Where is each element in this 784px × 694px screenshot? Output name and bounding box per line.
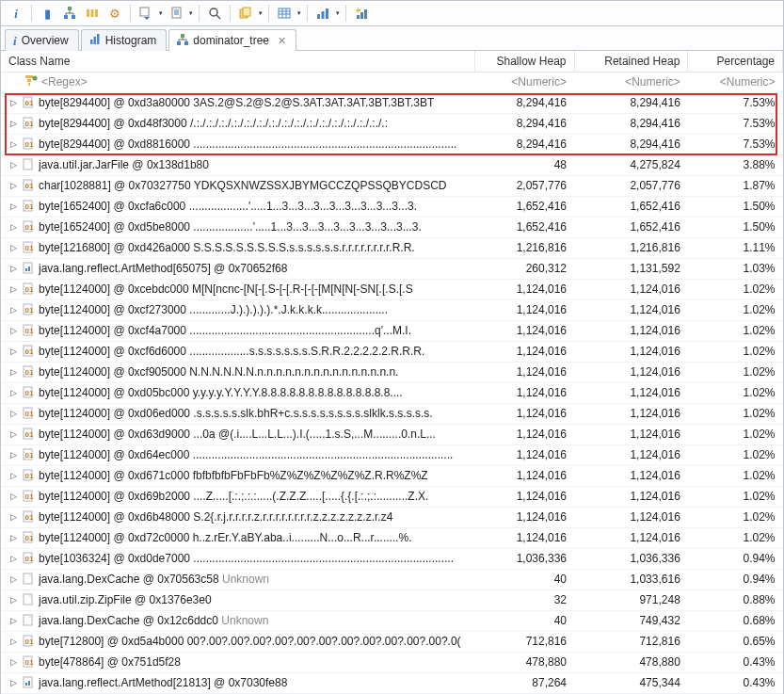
table-row[interactable]: ▷01byte[1652400] @ 0xcfa6c000 ..........…: [1, 196, 783, 217]
table-row[interactable]: ▷01byte[1124000] @ 0xcf4a7000 ..........…: [1, 320, 783, 341]
tab-label: Overview: [22, 34, 69, 47]
svg-text:01: 01: [25, 658, 34, 667]
table-row[interactable]: ▷01byte[1124000] @ 0xd63d9000 ...0a @(.i…: [1, 424, 783, 444]
copy-button[interactable]: [235, 3, 264, 24]
table-row[interactable]: ▷01byte[712800] @ 0xd5a4b000 00?.00?.00?…: [1, 631, 783, 652]
histogram-button[interactable]: ▮: [37, 3, 57, 24]
table-row[interactable]: ▷01byte[1216800] @ 0xd426a000 S.S.S.S.S.…: [1, 237, 783, 258]
filter-retained[interactable]: <Numeric>: [574, 72, 688, 92]
expander-icon[interactable]: ▷: [8, 512, 18, 522]
expander-icon[interactable]: ▷: [8, 492, 18, 501]
info-button[interactable]: i: [6, 3, 26, 24]
col-shallow[interactable]: Shallow Heap: [474, 51, 574, 72]
expander-icon[interactable]: ▷: [8, 637, 18, 646]
col-percent[interactable]: Percentage: [688, 51, 783, 72]
threads-button[interactable]: [82, 3, 103, 24]
class-name-text: java.lang.reflect.ArtMethod[21813] @ 0x7…: [39, 676, 467, 689]
table-row[interactable]: ▷01byte[8294400] @ 0xd3a80000 3AS.2@S.2@…: [1, 92, 783, 113]
table-row[interactable]: ▷java.util.jar.JarFile @ 0x138d1b80484,2…: [1, 154, 783, 175]
table-row[interactable]: ▷java.lang.DexCache @ 0x70563c58 Unknown…: [1, 569, 783, 589]
expander-icon[interactable]: ▷: [8, 388, 18, 397]
table-row[interactable]: ▷01byte[8294400] @ 0xd8816000 ..........…: [1, 134, 783, 154]
filter-name[interactable]: <Regex>: [1, 72, 474, 92]
col-name[interactable]: Class Name: [1, 51, 474, 72]
table-row[interactable]: ▷01byte[1124000] @ 0xd06ed000 .s.s.s.s.s…: [1, 403, 783, 424]
table-row[interactable]: ▷java.lang.reflect.ArtMethod[21813] @ 0x…: [1, 672, 783, 693]
expander-icon[interactable]: ▷: [8, 533, 18, 542]
cell-percent: 1.02%: [688, 527, 783, 548]
table-row[interactable]: ▷01char[1028881] @ 0x70327750 YDKQSXNWZS…: [1, 175, 783, 196]
expander-icon[interactable]: ▷: [8, 554, 18, 563]
expander-icon[interactable]: ▷: [8, 367, 18, 377]
table-row[interactable]: ▷java.util.zip.ZipFile @ 0x1376e3e032971…: [1, 589, 783, 610]
tab-overview[interactable]: i Overview: [5, 29, 79, 51]
expander-icon[interactable]: ▷: [8, 409, 18, 418]
filter-percent[interactable]: <Numeric>: [688, 72, 783, 92]
expander-icon[interactable]: ▷: [8, 181, 18, 190]
table-row[interactable]: ▷java.lang.DexCache @ 0x12c6ddc0 Unknown…: [1, 610, 783, 631]
filter-shallow[interactable]: <Numeric>: [474, 72, 574, 92]
svg-text:01: 01: [25, 182, 34, 190]
cell-percent: 0.43%: [688, 672, 783, 693]
svg-text:01: 01: [25, 430, 34, 439]
refresh-button[interactable]: [351, 3, 372, 24]
table-row[interactable]: ▷01byte[1124000] @ 0xcf905000 N.N.N.N.N.…: [1, 362, 783, 382]
expander-icon[interactable]: ▷: [8, 678, 18, 687]
expander-icon[interactable]: ▷: [8, 202, 18, 211]
expander-icon[interactable]: ▷: [8, 264, 18, 273]
expander-icon[interactable]: ▷: [8, 284, 18, 294]
expander-icon[interactable]: ▷: [8, 657, 18, 667]
percent-button[interactable]: [312, 3, 341, 24]
table-menu-button[interactable]: [274, 3, 302, 24]
expander-icon[interactable]: ▷: [8, 119, 18, 128]
table-row[interactable]: ▷01byte[8294400] @ 0xd48f3000 /.:./.:./.…: [1, 113, 783, 134]
expander-icon[interactable]: ▷: [8, 429, 18, 439]
cell-percent: 7.53%: [688, 134, 783, 154]
expander-icon[interactable]: ▷: [8, 347, 18, 356]
dominator-button[interactable]: [59, 3, 80, 24]
table-row[interactable]: ▷01byte[1124000] @ 0xcf273000 ..........…: [1, 299, 783, 320]
table-row[interactable]: ▷01byte[1124000] @ 0xcf6d6000 ..........…: [1, 341, 783, 362]
table-row[interactable]: ▷java.lang.reflect.ArtMethod[65075] @ 0x…: [1, 258, 783, 279]
table-row[interactable]: ▷01byte[1124000] @ 0xd64ec000 ..........…: [1, 444, 783, 465]
expander-icon[interactable]: ▷: [8, 222, 18, 232]
table-row[interactable]: ▷01byte[1124000] @ 0xd72c0000 h..z.rEr.Y…: [1, 527, 783, 548]
expander-icon[interactable]: ▷: [8, 98, 18, 107]
class-name-text: byte[8294400] @ 0xd8816000 .............…: [39, 137, 467, 151]
svg-rect-28: [97, 34, 100, 44]
expander-icon[interactable]: ▷: [8, 326, 18, 335]
expander-icon[interactable]: ▷: [8, 595, 18, 605]
expander-icon[interactable]: ▷: [8, 243, 18, 252]
col-retained[interactable]: Retained Heap: [574, 51, 688, 72]
table-row[interactable]: ▷01byte[1036324] @ 0xd0de7000 ..........…: [1, 548, 783, 569]
close-icon[interactable]: ✕: [278, 35, 286, 47]
svg-text:01: 01: [25, 99, 34, 107]
table-row[interactable]: ▷01byte[1124000] @ 0xcebdc000 M[N[ncnc-[…: [1, 279, 783, 299]
table-row[interactable]: ▷01byte[1124000] @ 0xd671c000 fbfbfbfbFb…: [1, 465, 783, 486]
expander-icon[interactable]: ▷: [8, 305, 18, 315]
gc-button[interactable]: ⚙: [104, 3, 125, 24]
svg-rect-25: [364, 9, 367, 19]
cell-percent: 1.02%: [688, 444, 783, 465]
table-row[interactable]: ▷01byte[1124000] @ 0xd69b2000 ....Z.....…: [1, 486, 783, 507]
byte-array-icon: 01: [22, 552, 35, 565]
cell-retained: 1,124,016: [574, 486, 688, 507]
expander-icon[interactable]: ▷: [8, 574, 18, 584]
expander-icon[interactable]: ▷: [8, 616, 18, 625]
cell-percent: 0.65%: [688, 631, 783, 652]
tab-dominator-tree[interactable]: dominator_tree ✕: [168, 29, 296, 51]
cell-retained: 749,432: [574, 610, 688, 631]
search-button[interactable]: [204, 3, 225, 24]
table-row[interactable]: ▷01byte[1652400] @ 0xd5be8000 ..........…: [1, 217, 783, 237]
table-row[interactable]: ▷01byte[478864] @ 0x751d5f28478,880478,8…: [1, 652, 783, 672]
expander-icon[interactable]: ▷: [8, 139, 18, 149]
expander-icon[interactable]: ▷: [8, 160, 18, 169]
expander-icon[interactable]: ▷: [8, 471, 18, 480]
run-query-button[interactable]: [136, 3, 164, 24]
table-row[interactable]: ▷01byte[1124000] @ 0xd6b48000 S.2{.r.j.r…: [1, 507, 783, 527]
expander-icon[interactable]: ▷: [8, 450, 18, 460]
tab-histogram[interactable]: Histogram: [81, 29, 168, 51]
open-report-button[interactable]: [166, 3, 194, 24]
cell-retained: 1,124,016: [574, 299, 688, 320]
table-row[interactable]: ▷01byte[1124000] @ 0xd05bc000 y.y.y.y.Y.…: [1, 382, 783, 403]
